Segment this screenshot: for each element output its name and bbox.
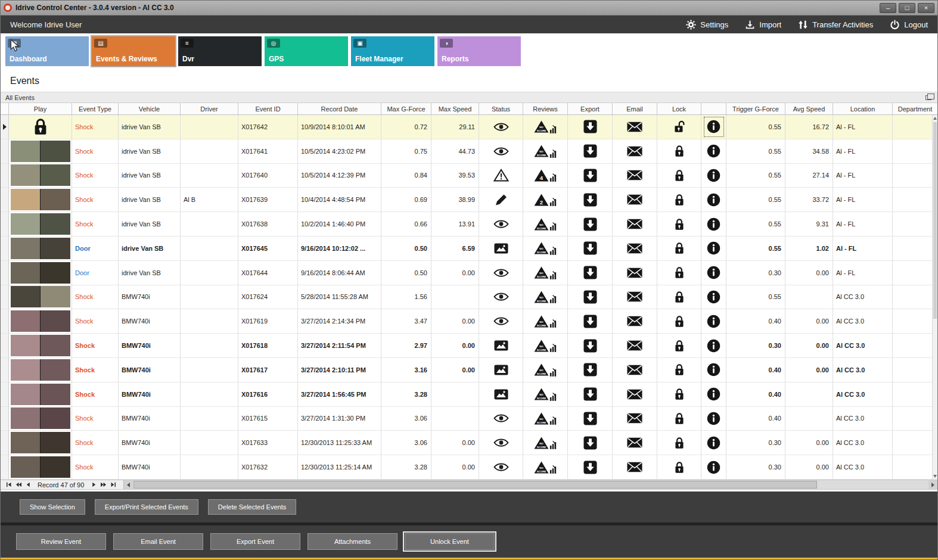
email-icon[interactable] [627,267,642,278]
export-icon[interactable] [583,266,597,279]
reviews-cell[interactable]: NO SCORE [523,455,568,480]
maximize-button[interactable]: □ [899,3,915,13]
play-cell[interactable] [9,212,72,237]
lock-icon[interactable] [674,412,685,425]
col-header-play[interactable]: Play [9,103,72,115]
email-icon[interactable] [627,146,642,157]
import-button[interactable]: Import [745,20,781,30]
tab-gps[interactable]: ◎ GPS [265,36,348,66]
lock-icon[interactable] [674,193,685,207]
first-record-button[interactable] [4,481,14,489]
status-cell[interactable] [479,188,523,212]
unlock-event-button[interactable]: Unlock Event [405,533,495,550]
reviews-cell[interactable]: 4 [523,164,568,188]
close-button[interactable]: × [918,3,934,13]
tab-fleet-manager[interactable]: ▣ Fleet Manager [351,36,434,66]
status-cell[interactable] [479,309,523,334]
export-icon[interactable] [583,461,597,474]
last-record-button[interactable] [108,481,117,489]
info-icon[interactable] [707,169,720,182]
play-cell[interactable] [9,164,72,188]
play-cell[interactable] [9,237,72,261]
info-icon[interactable] [707,241,720,255]
info-icon[interactable] [707,120,720,133]
reviews-cell[interactable]: NO SCORE [523,285,568,310]
horizontal-scrollbar[interactable] [123,480,937,489]
email-icon[interactable] [627,365,642,375]
vertical-scrollbar[interactable] [932,115,937,480]
reviews-cell[interactable]: NO SCORE [523,115,568,139]
export-event-button[interactable]: Export Event [210,533,300,550]
email-icon[interactable] [627,194,642,205]
reviews-cell[interactable]: NO SCORE [523,261,568,285]
email-icon[interactable] [627,413,642,424]
play-cell[interactable] [9,115,72,139]
col-header-avg-speed[interactable]: Avg Speed [785,103,833,115]
col-header-department[interactable]: Department [893,103,937,115]
play-cell[interactable] [9,188,72,212]
logout-button[interactable]: Logout [890,20,928,30]
lock-icon[interactable] [674,241,685,255]
info-icon[interactable] [707,266,720,279]
scroll-right-icon[interactable] [928,480,937,489]
col-header-email[interactable]: Email [613,103,657,115]
reviews-cell[interactable]: NO SCORE [523,212,568,237]
info-icon[interactable] [707,290,720,304]
play-cell[interactable] [9,358,72,382]
tab-reports[interactable]: ◑ Reports [437,36,521,66]
col-header-export[interactable]: Export [568,103,613,115]
status-cell[interactable] [479,261,523,285]
event-thumbnail[interactable] [11,189,70,210]
table-row[interactable]: Shock BMW740i X017633 12/30/2013 11:25:3… [1,431,937,455]
reviews-cell[interactable]: NO SCORE [523,431,568,455]
col-header-vehicle[interactable]: Vehicle [119,103,181,115]
col-header-record-date[interactable]: Record Date [298,103,381,115]
play-cell[interactable] [9,309,72,334]
status-cell[interactable] [479,407,523,431]
status-cell[interactable] [479,212,523,237]
export-icon[interactable] [583,363,597,377]
export-icon[interactable] [583,387,597,401]
table-row[interactable]: Shock idrive Van SB X017640 10/5/2014 4:… [1,164,937,188]
col-header-driver[interactable]: Driver [181,103,238,115]
info-icon[interactable] [707,315,720,328]
reviews-cell[interactable]: NO SCORE [523,139,568,164]
export-print-selected-button[interactable]: Export/Print Selected Events [95,499,198,515]
event-thumbnail[interactable] [11,432,70,453]
info-icon[interactable] [707,461,720,474]
email-icon[interactable] [627,219,642,229]
event-thumbnail[interactable] [11,359,70,381]
reviews-cell[interactable]: NO SCORE [523,407,568,431]
lock-icon[interactable] [674,315,685,328]
status-cell[interactable] [479,455,523,480]
status-cell[interactable] [479,358,523,382]
email-event-button[interactable]: Email Event [113,533,203,550]
reviews-cell[interactable]: NO SCORE [523,358,568,382]
play-cell[interactable] [9,285,72,310]
lock-icon[interactable] [674,290,685,304]
event-thumbnail[interactable] [11,238,70,259]
status-cell[interactable] [479,115,523,139]
play-cell[interactable] [9,431,72,455]
info-icon[interactable] [707,363,720,377]
export-icon[interactable] [583,412,597,425]
table-row[interactable]: Shock BMW740i X017619 3/27/2014 2:14:34 … [1,309,937,334]
email-icon[interactable] [627,122,642,132]
lock-icon[interactable] [674,436,685,450]
play-cell[interactable] [9,139,72,164]
table-row[interactable]: Shock BMW740i X017618 3/27/2014 2:11:54 … [1,334,937,358]
export-icon[interactable] [583,217,597,231]
tab-dvr[interactable]: ≡ Dvr [178,36,262,66]
email-icon[interactable] [627,291,642,302]
table-row[interactable]: Shock idrive Van SB X017642 10/9/2014 8:… [1,115,937,139]
show-selection-button[interactable]: Show Selection [20,499,85,515]
info-icon[interactable] [707,144,720,158]
table-row[interactable]: Shock BMW740i X017617 3/27/2014 2:10:11 … [1,358,937,382]
play-cell[interactable] [9,261,72,285]
col-header-max-gforce[interactable]: Max G-Force [381,103,431,115]
reviews-cell[interactable]: 2 [523,188,568,212]
export-icon[interactable] [583,290,597,304]
minimize-button[interactable]: – [880,3,896,13]
lock-icon[interactable] [674,461,685,474]
lock-icon[interactable] [674,169,685,182]
